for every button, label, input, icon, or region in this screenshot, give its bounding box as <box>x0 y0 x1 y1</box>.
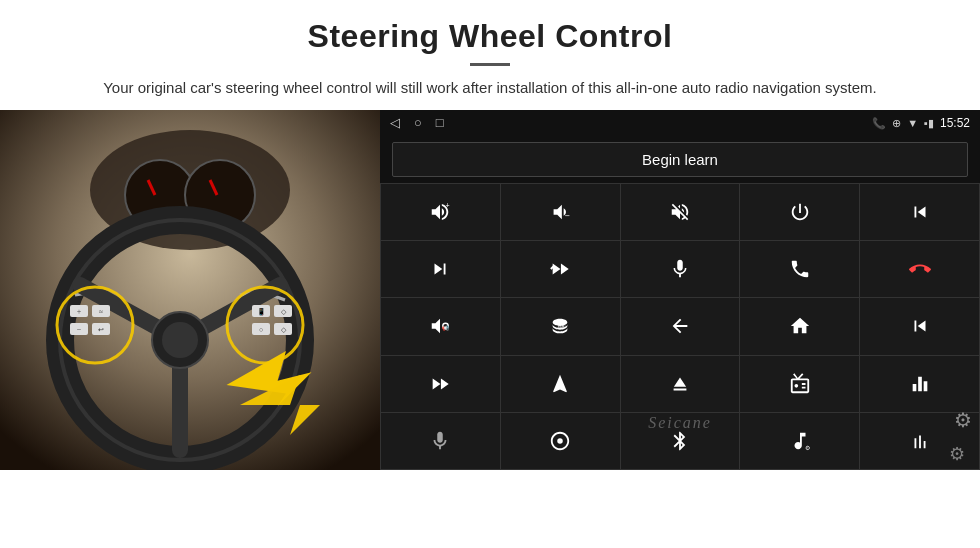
mic-button[interactable] <box>621 241 740 297</box>
svg-point-7 <box>162 322 198 358</box>
power-button[interactable] <box>740 184 859 240</box>
title-divider <box>470 63 510 66</box>
home-button[interactable] <box>740 298 859 354</box>
back-nav-icon[interactable]: ◁ <box>390 115 400 131</box>
home-nav-icon[interactable]: ○ <box>414 115 422 131</box>
svg-text:+: + <box>446 201 450 210</box>
page-title: Steering Wheel Control <box>60 18 920 55</box>
wifi-status-icon: ▼ <box>907 117 918 129</box>
clock-display: 15:52 <box>940 116 970 130</box>
svg-point-34 <box>794 384 798 388</box>
svg-text:−: − <box>565 211 570 221</box>
svg-text:+: + <box>77 307 82 316</box>
rewind-button[interactable] <box>860 298 979 354</box>
svg-text:📢: 📢 <box>442 324 449 332</box>
page-wrapper: Steering Wheel Control Your original car… <box>0 0 980 548</box>
eject-button[interactable] <box>621 356 740 412</box>
nav-icons: ◁ ○ □ <box>390 115 444 131</box>
svg-point-35 <box>557 438 563 444</box>
360-button[interactable]: 360° <box>501 298 620 354</box>
begin-learn-button[interactable]: Begin learn <box>392 142 968 177</box>
android-statusbar: ◁ ○ □ 📞 ⊕ ▼ ▪▮ 15:52 <box>380 110 980 136</box>
prev-track-button[interactable] <box>860 184 979 240</box>
recents-nav-icon[interactable]: □ <box>436 115 444 131</box>
mute-button[interactable] <box>621 184 740 240</box>
gps-status-icon: ⊕ <box>892 117 901 130</box>
svg-text:○: ○ <box>259 326 263 334</box>
vol-down-button[interactable]: − <box>501 184 620 240</box>
svg-text:−: − <box>77 325 82 334</box>
battery-status-icon: ▪▮ <box>924 117 934 130</box>
vol-up-button[interactable]: + <box>381 184 500 240</box>
speaker-button[interactable]: 📢 <box>381 298 500 354</box>
android-panel: ◁ ○ □ 📞 ⊕ ▼ ▪▮ 15:52 Begin learn <box>380 110 980 470</box>
equalizer-button[interactable] <box>860 356 979 412</box>
controls-grid: + − <box>380 183 980 470</box>
skip-fwd-button[interactable] <box>501 241 620 297</box>
begin-learn-bar: Begin learn <box>380 136 980 183</box>
svg-text:⚙: ⚙ <box>804 444 809 451</box>
steering-wheel-photo: + ≈ − ↩ 📱 ◇ ○ ◇ <box>0 110 380 470</box>
fast-fwd-button[interactable] <box>381 356 500 412</box>
svg-text:360°: 360° <box>557 324 566 329</box>
header-section: Steering Wheel Control Your original car… <box>0 0 980 110</box>
phone-button[interactable] <box>740 241 859 297</box>
statusbar-right: 📞 ⊕ ▼ ▪▮ 15:52 <box>872 116 970 130</box>
bluetooth-button[interactable] <box>621 413 740 469</box>
mic2-button[interactable] <box>381 413 500 469</box>
back-button[interactable] <box>621 298 740 354</box>
subtitle: Your original car's steering wheel contr… <box>90 76 890 100</box>
content-area: + ≈ − ↩ 📱 ◇ ○ ◇ <box>0 110 980 548</box>
next-button[interactable] <box>381 241 500 297</box>
nav-button[interactable] <box>501 356 620 412</box>
settings2-button[interactable] <box>501 413 620 469</box>
radio-button[interactable] <box>740 356 859 412</box>
svg-text:↩: ↩ <box>98 326 104 334</box>
phone-status-icon: 📞 <box>872 117 886 130</box>
hang-up-button[interactable] <box>860 241 979 297</box>
gear-icon[interactable]: ⚙ <box>954 408 972 432</box>
svg-text:📱: 📱 <box>257 307 266 316</box>
music-button[interactable]: ⚙ <box>740 413 859 469</box>
svg-text:≈: ≈ <box>99 308 103 316</box>
